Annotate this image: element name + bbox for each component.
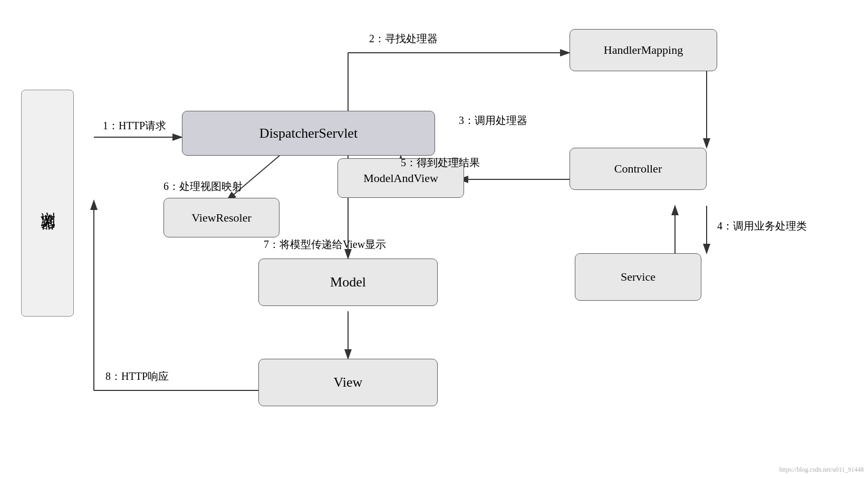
step7-label: 7：将模型传递给View显示 xyxy=(264,237,386,252)
arrows-svg xyxy=(0,0,868,478)
step3-label: 3：调用处理器 xyxy=(459,113,527,128)
browser-label: 浏览器 xyxy=(37,200,57,206)
browser-box: 浏览器 xyxy=(21,90,74,317)
model-box: Model xyxy=(258,259,438,306)
step2-label: 2：寻找处理器 xyxy=(369,32,438,46)
diagram-container: 浏览器 DispatcherServlet HandlerMapping Vie… xyxy=(0,0,868,478)
view-label: View xyxy=(334,375,363,390)
view-resoler-label: ViewResoler xyxy=(191,211,252,225)
dispatcher-box: DispatcherServlet xyxy=(182,111,435,156)
step6-label: 6：处理视图映射 xyxy=(163,179,243,194)
controller-box: Controller xyxy=(570,148,707,190)
handler-mapping-label: HandlerMapping xyxy=(604,43,683,57)
model-label: Model xyxy=(330,274,366,290)
dispatcher-label: DispatcherServlet xyxy=(259,126,358,141)
step1-label: 1：HTTP请求 xyxy=(103,119,166,133)
service-label: Service xyxy=(621,270,655,284)
step8-label: 8：HTTP响应 xyxy=(105,369,169,384)
watermark: https://blog.csdn.net/u011_91448 xyxy=(779,466,864,474)
view-box: View xyxy=(258,359,438,406)
model-and-view-label: ModelAndView xyxy=(363,171,438,185)
service-box: Service xyxy=(575,253,701,301)
controller-label: Controller xyxy=(614,162,662,176)
svg-line-9 xyxy=(227,156,279,200)
view-resoler-box: ViewResoler xyxy=(163,198,279,237)
handler-mapping-box: HandlerMapping xyxy=(570,29,717,71)
step5-label: 5：得到处理结果 xyxy=(401,156,480,170)
step4-label: 4：调用业务处理类 xyxy=(717,219,807,233)
